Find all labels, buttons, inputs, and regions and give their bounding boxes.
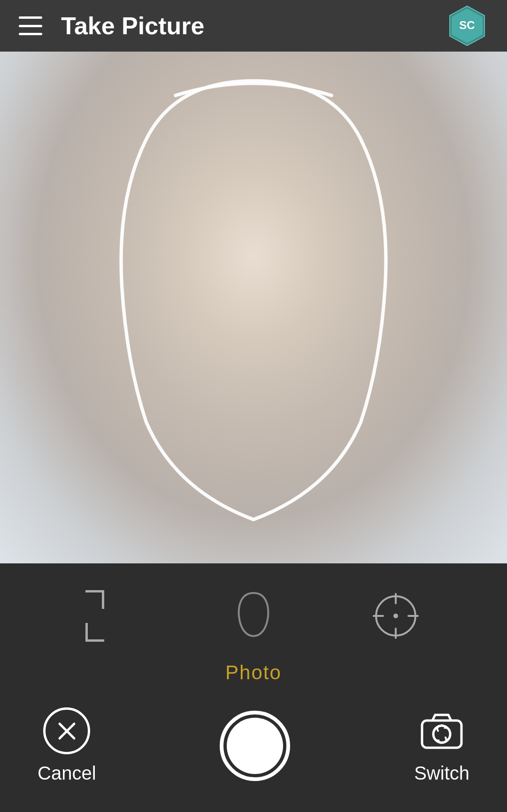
controls-panel: Photo Cancel	[0, 563, 507, 812]
crosshair-icon[interactable]	[370, 590, 422, 642]
camera-actions-row: Cancel	[0, 698, 507, 812]
cancel-icon-wrap	[43, 707, 90, 754]
svg-text:SC: SC	[459, 19, 475, 31]
svg-point-12	[433, 726, 450, 743]
frame-corners-icon[interactable]	[85, 590, 137, 642]
cancel-label: Cancel	[38, 763, 96, 784]
face-silhouette-icon[interactable]	[232, 589, 275, 643]
switch-camera-icon	[418, 707, 465, 754]
switch-camera-button[interactable]: Switch	[414, 707, 469, 784]
switch-camera-icon-wrap	[418, 707, 465, 754]
camera-feed	[0, 52, 507, 563]
svg-point-8	[393, 614, 398, 618]
switch-label: Switch	[414, 763, 469, 784]
shutter-button[interactable]	[220, 711, 290, 781]
camera-viewfinder	[0, 52, 507, 563]
menu-icon[interactable]	[19, 16, 42, 35]
cancel-circle-icon	[43, 707, 90, 754]
avatar[interactable]: SC	[446, 5, 488, 47]
photo-mode-label: Photo	[225, 661, 282, 683]
shutter-inner-circle	[227, 718, 283, 774]
page-title: Take Picture	[61, 12, 446, 40]
mode-label-row: Photo	[0, 657, 507, 698]
camera-tools-row	[0, 563, 507, 657]
cancel-button[interactable]: Cancel	[38, 707, 96, 784]
app-header: Take Picture SC	[0, 0, 507, 52]
